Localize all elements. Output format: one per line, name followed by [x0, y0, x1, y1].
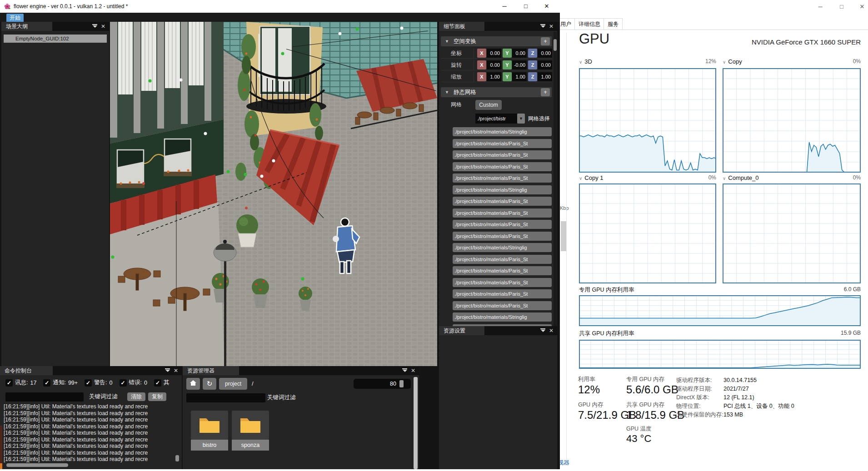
custom-mesh-button[interactable]: Custom [475, 100, 502, 110]
material-item[interactable]: ./project/bistro/materials/Paris_St [453, 301, 552, 310]
checkbox-checked-icon[interactable]: ✓ [154, 379, 161, 387]
console-filter-toggle[interactable]: ✓通知:99+ [43, 379, 78, 387]
close-panel-icon[interactable]: ✕ [549, 326, 554, 335]
engine-titlebar[interactable]: flower engine - ver 0.0.1 - vulkan 1.2 -… [0, 0, 560, 13]
maximize-icon[interactable]: □ [836, 2, 848, 11]
chevron-down-icon[interactable]: ∨ [723, 59, 726, 64]
gpu-compute0-graph[interactable] [723, 183, 861, 283]
position-z-input[interactable]: 0.00 [538, 49, 552, 58]
console-filter-input[interactable] [5, 392, 84, 402]
thumbnail-size-slider[interactable]: 80 [354, 379, 411, 389]
filter-icon[interactable] [165, 368, 170, 373]
home-button[interactable] [186, 378, 200, 390]
close-panel-icon[interactable]: ✕ [101, 22, 105, 31]
gpu-copy-graph[interactable] [723, 68, 861, 173]
checkbox-checked-icon[interactable]: ✓ [85, 379, 92, 387]
scale-x-input[interactable]: 1.00 [487, 72, 501, 81]
chevron-down-icon[interactable]: ∨ [579, 176, 582, 181]
filter-icon[interactable] [92, 24, 97, 29]
collapse-arrow-icon[interactable]: ▼ [445, 36, 449, 46]
filter-icon[interactable] [402, 368, 407, 373]
folder-tile-sponza[interactable]: sponza [232, 411, 269, 451]
material-item[interactable]: ./project/bistro/materials/Paris_St [453, 139, 552, 148]
copy-button[interactable]: 复制 [148, 392, 166, 401]
checkbox-checked-icon[interactable]: ✓ [43, 379, 50, 387]
chevron-down-icon[interactable]: ∨ [579, 59, 582, 64]
close-panel-icon[interactable]: ✕ [411, 366, 415, 375]
close-icon[interactable]: ✕ [540, 1, 553, 11]
checkbox-checked-icon[interactable]: ✓ [5, 379, 13, 387]
console-filter-toggle[interactable]: ✓讯息:17 [5, 379, 36, 387]
material-item[interactable]: ./project/bistro/materials/Paris_St [453, 162, 552, 171]
add-mesh-button[interactable]: + [541, 88, 550, 96]
position-y-input[interactable]: 0.00 [512, 49, 527, 58]
filter-icon[interactable] [540, 24, 545, 29]
close-icon[interactable]: ✕ [856, 2, 868, 11]
slider-thumb[interactable] [399, 380, 404, 387]
minimize-icon[interactable]: ─ [814, 2, 826, 11]
minimize-icon[interactable]: ─ [498, 1, 511, 11]
log-vscrollbar-thumb[interactable] [175, 455, 179, 461]
material-item[interactable]: ./project/bistro/materials/Paris_St [453, 208, 552, 218]
gpu-copy1-graph[interactable] [579, 183, 716, 283]
dropdown-arrow-icon[interactable]: ▼ [517, 114, 525, 124]
close-panel-icon[interactable]: ✕ [549, 22, 554, 31]
log-hscrollbar-thumb[interactable] [6, 463, 68, 467]
material-item[interactable]: ./project/bistro/materials/Paris_St [453, 197, 552, 206]
rotation-z-input[interactable]: 0.00 [538, 60, 552, 69]
console-title[interactable]: 命令控制台 [0, 366, 53, 375]
close-panel-icon[interactable]: ✕ [174, 366, 178, 375]
gpu-3d-graph[interactable] [579, 68, 716, 173]
console-filter-toggle[interactable]: ✓其 [154, 379, 170, 387]
asset-settings-title[interactable]: 资源设置 [439, 326, 484, 335]
console-filter-toggle[interactable]: ✓警告:0 [85, 379, 112, 387]
console-filter-toggle[interactable]: ✓错误:0 [120, 379, 147, 387]
viewport-3d[interactable] [110, 22, 437, 366]
scale-z-input[interactable]: 1.00 [538, 72, 552, 81]
material-item[interactable]: ./project/bistro/materials/Stringlig [453, 312, 552, 322]
material-item[interactable]: ./project/bistro/materials/Paris_St [453, 266, 552, 275]
details-scrollbar[interactable] [554, 32, 557, 326]
gpu-dedicated-memory-graph[interactable] [579, 295, 861, 326]
filter-icon[interactable] [540, 328, 545, 333]
scene-outline-title[interactable]: 场景大纲 [1, 22, 52, 31]
clear-button[interactable]: 清除 [127, 392, 145, 401]
refresh-button[interactable]: ↻ [203, 378, 216, 390]
material-item[interactable]: ./project/bistro/materials/Paris_St [453, 278, 552, 287]
add-component-button[interactable]: + [541, 37, 550, 45]
material-item[interactable]: ./project/bistro/materials/Stringlig [453, 127, 552, 136]
material-item[interactable]: ./project/bistro/materials/Stringlig [453, 185, 552, 194]
material-item[interactable]: ./project/bistro/materials/Paris_St [453, 232, 552, 241]
material-item[interactable]: ./project/bistro/materials/Paris_St [453, 289, 552, 298]
asset-browser-scrollbar[interactable] [414, 377, 418, 469]
material-item[interactable]: ./project/bistro/materials/Paris_St [453, 220, 552, 229]
material-item[interactable]: ./project/bistro/materials/Paris_St [453, 150, 552, 159]
tab-services[interactable]: 服务 [604, 18, 623, 30]
rotation-y-input[interactable]: -0.00 [512, 60, 527, 69]
breadcrumb[interactable]: project [219, 378, 247, 390]
material-item[interactable]: ./project/bistro/materials/Paris_St [453, 174, 552, 183]
scale-y-input[interactable]: 1.00 [512, 72, 527, 81]
asset-filter-input[interactable] [186, 393, 265, 402]
details-scrollbar-thumb[interactable] [554, 39, 557, 51]
start-tab[interactable]: 开始 [6, 14, 24, 22]
static-mesh-section-header[interactable]: ▼ 静态网格 + [441, 87, 552, 97]
mesh-path-dropdown[interactable]: ./project/bistr [475, 114, 517, 124]
rotation-x-input[interactable]: 0.00 [487, 60, 501, 69]
tab-details[interactable]: 详细信息 [574, 18, 604, 30]
sidebar-scrollbar-thumb[interactable] [561, 221, 566, 251]
asset-browser-title[interactable]: 资源管理器 [183, 366, 239, 375]
material-item[interactable]: ./project/bistro/materials/Stringlig [453, 243, 552, 252]
folder-tile-bistro[interactable]: bistro [191, 411, 228, 451]
chevron-down-icon[interactable]: ∨ [723, 176, 726, 181]
console-log[interactable]: [16:21:59][info] Util: Material's textur… [4, 403, 178, 463]
transform-section-header[interactable]: ▼ 空间变换 + [441, 36, 552, 46]
collapse-arrow-icon[interactable]: ▼ [445, 87, 449, 97]
checkbox-checked-icon[interactable]: ✓ [120, 379, 127, 387]
material-item[interactable]: ./project/bistro/materials/Paris_St [453, 255, 552, 264]
gpu-shared-memory-graph[interactable] [579, 340, 861, 369]
position-x-input[interactable]: 0.00 [487, 49, 501, 58]
details-title[interactable]: 细节面板 [439, 22, 484, 31]
maximize-icon[interactable]: □ [519, 1, 532, 11]
scene-node-item[interactable]: EmptyNode_GUID:102 [4, 35, 107, 43]
